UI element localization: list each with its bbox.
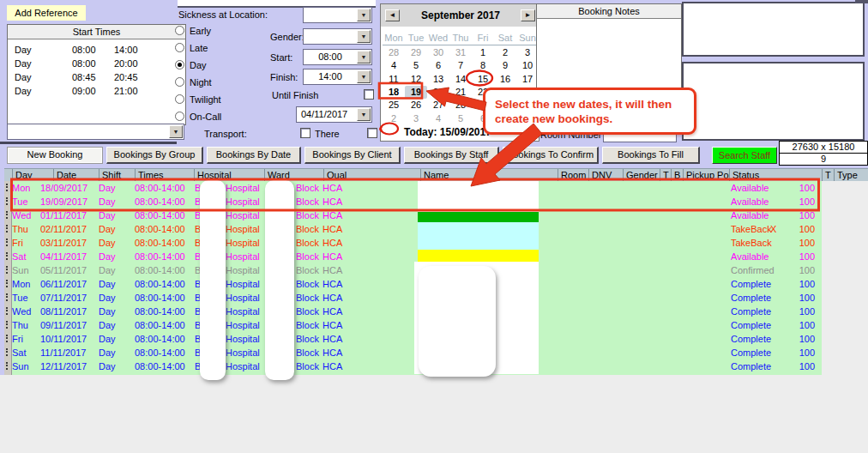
shift-radio-day[interactable] (175, 60, 184, 69)
start-times-combo[interactable]: ▼ (7, 124, 184, 140)
calendar-day-cell[interactable]: 28 (383, 46, 405, 59)
chevron-down-icon[interactable]: ▼ (357, 70, 371, 83)
table-row[interactable]: Mon06/11/2017Day08:00-14:00BHospitalBloc… (4, 277, 822, 291)
tab-bookings-to-confirm[interactable]: Bookings To Confirm (503, 147, 599, 164)
tab-bookings-by-staff[interactable]: Bookings By Staff (404, 147, 499, 164)
booking-date-combo[interactable]: 04/11/2017 ▼ (296, 106, 372, 123)
table-row[interactable]: Wed08/11/2017Day08:00-14:00BHospitalBloc… (4, 305, 822, 318)
start-times-row[interactable]: Day08:0014:00 (8, 43, 185, 57)
table-row[interactable]: Tue07/11/2017Day08:00-14:00BHospitalBloc… (4, 291, 822, 305)
calendar-day-cell[interactable]: 29 (405, 46, 427, 59)
chevron-down-icon[interactable]: ▼ (357, 51, 371, 63)
column-header-status[interactable]: Status (729, 169, 822, 182)
shift-radio-label-night[interactable]: Night (190, 77, 212, 88)
column-header-times[interactable]: Times (135, 169, 194, 182)
column-header-gender[interactable]: Gender (623, 169, 660, 182)
shift-radio-label-on-call[interactable]: On-Call (190, 112, 221, 122)
table-row[interactable]: Sat04/11/2017Day08:00-14:00BHospitalBloc… (4, 250, 822, 263)
calendar-day-cell[interactable]: 3 (405, 112, 427, 125)
column-header-room[interactable]: Room (558, 169, 588, 182)
calendar-day-cell[interactable]: 28 (449, 99, 472, 112)
calendar-day-cell[interactable]: 16 (494, 73, 516, 86)
table-row[interactable]: Fri10/11/2017Day08:00-14:00BHospitalBloc… (4, 332, 822, 346)
chevron-down-icon[interactable]: ▼ (357, 108, 371, 121)
calendar-day-cell[interactable]: 12 (405, 73, 427, 86)
shift-radio-on-call[interactable] (175, 112, 184, 121)
calendar-day-cell[interactable]: 15 (472, 73, 494, 86)
calendar-day-cell[interactable]: 6 (427, 59, 449, 72)
tab-bookings-by-client[interactable]: Bookings By Client (304, 147, 401, 164)
shift-radio-label-day[interactable]: Day (190, 60, 207, 70)
calendar-day-cell[interactable]: 21 (449, 86, 472, 99)
calendar-day-cell[interactable]: 20 (427, 86, 449, 99)
calendar-day-cell[interactable]: 26 (405, 99, 427, 112)
column-header-pickup-point[interactable]: Pickup Point (683, 169, 729, 182)
table-row[interactable]: Sat11/11/2017Day08:00-14:00BHospitalBloc… (4, 346, 822, 359)
column-header-date[interactable]: Date (53, 169, 99, 182)
gender-combo[interactable]: ▼ (303, 28, 372, 45)
transport-back-checkbox[interactable] (367, 128, 377, 138)
calendar-day-cell[interactable]: 19 (405, 86, 427, 99)
column-header-t-2[interactable]: T (822, 169, 834, 182)
calendar-day-cell[interactable]: 5 (405, 59, 427, 72)
calendar-day-cell[interactable]: 2 (494, 46, 516, 59)
calendar-day-cell[interactable]: 14 (449, 73, 472, 86)
column-header-type-2[interactable]: Type (834, 169, 868, 182)
calendar-day-cell[interactable]: 2 (383, 112, 405, 125)
add-reference-button[interactable]: Add Reference (7, 5, 86, 21)
table-row[interactable]: Thu02/11/2017Day08:00-14:00BHospitalBloc… (4, 222, 822, 236)
calendar-day-cell[interactable]: 7 (449, 59, 472, 72)
calendar-day-cell[interactable]: 4 (427, 112, 449, 125)
calendar-day-cell[interactable]: 4 (383, 59, 405, 72)
sickness-combo[interactable]: ▼ (303, 7, 372, 23)
shift-radio-label-late[interactable]: Late (190, 43, 208, 53)
shift-radio-night[interactable] (175, 77, 184, 87)
column-header-qual[interactable]: Qual (323, 169, 420, 182)
calendar-day-cell[interactable]: 25 (383, 99, 405, 112)
calendar-day-cell[interactable]: 11 (383, 73, 405, 86)
calendar-day-cell[interactable]: 31 (449, 46, 472, 59)
column-header-day[interactable]: Day (12, 169, 53, 182)
shift-radio-late[interactable] (175, 43, 184, 52)
table-row[interactable]: Mon18/09/2017Day08:00-14:00BHospitalBloc… (4, 181, 822, 195)
search-staff-button[interactable]: Search Staff (712, 147, 777, 164)
tab-bookings-by-date[interactable]: Bookings By Date (207, 147, 301, 164)
table-row[interactable]: Fri03/11/2017Day08:00-14:00BHospitalBloc… (4, 236, 822, 250)
shift-radio-label-twilight[interactable]: Twilight (190, 94, 221, 105)
chevron-down-icon[interactable]: ▼ (357, 9, 371, 21)
calendar-day-cell[interactable]: 18 (383, 86, 405, 99)
shift-radio-twilight[interactable] (175, 94, 184, 104)
tab-new-booking[interactable]: New Booking (7, 147, 103, 164)
calendar-day-cell[interactable]: 1 (472, 46, 494, 59)
start-combo[interactable]: 08:00 ▼ (303, 49, 372, 65)
calendar-day-cell[interactable]: 30 (427, 46, 449, 59)
calendar-day-cell[interactable]: 5 (449, 112, 472, 125)
calendar-today-label[interactable]: Today: 15/09/2017 (404, 126, 491, 138)
notes-box-top[interactable] (682, 2, 865, 57)
tab-bookings-to-fill[interactable]: Bookings To Fill (602, 147, 700, 164)
table-row[interactable]: Wed01/11/2017Day08:00-14:00BHospitalBloc… (4, 208, 822, 222)
tab-bookings-by-group[interactable]: Bookings By Group (106, 147, 203, 164)
notes-box-bottom[interactable] (682, 62, 865, 141)
column-header-b[interactable]: B (671, 169, 683, 182)
until-finish-checkbox[interactable] (364, 89, 374, 100)
chevron-down-icon[interactable]: ▼ (357, 30, 371, 43)
calendar-day-cell[interactable]: 13 (427, 73, 449, 86)
table-row[interactable]: Thu09/11/2017Day08:00-14:00BHospitalBloc… (4, 318, 822, 332)
calendar-day-cell[interactable]: 9 (494, 59, 516, 72)
column-header-t[interactable]: T (660, 169, 671, 182)
table-row[interactable]: Sun05/11/2017Day08:00-14:00BHospitalBloc… (4, 263, 822, 277)
column-header-name[interactable]: Name (420, 169, 558, 182)
start-times-row[interactable]: Day09:0021:00 (8, 84, 185, 98)
finish-combo[interactable]: 14:00 ▼ (303, 69, 372, 85)
shift-radio-label-early[interactable]: Early (190, 26, 211, 36)
start-times-row[interactable]: Day08:0020:00 (8, 57, 185, 70)
start-times-row[interactable]: Day08:4520:45 (8, 70, 185, 84)
chevron-down-icon[interactable]: ▼ (169, 125, 183, 138)
transport-there-checkbox[interactable] (300, 128, 310, 138)
calendar-day-cell[interactable]: 27 (427, 99, 449, 112)
table-row[interactable]: Sun12/11/2017Day08:00-14:00BHospitalBloc… (4, 359, 822, 373)
table-row[interactable]: Tue19/09/2017Day08:00-14:00BHospitalBloc… (4, 195, 822, 208)
column-header-shift[interactable]: Shift (99, 169, 135, 182)
shift-radio-early[interactable] (175, 26, 184, 35)
